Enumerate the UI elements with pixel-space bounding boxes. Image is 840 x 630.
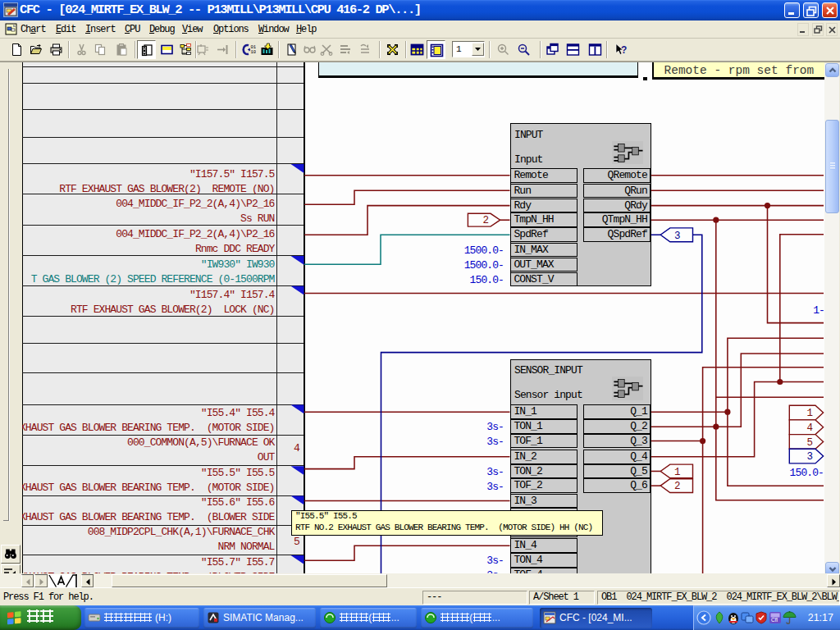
svg-text:2: 2 bbox=[674, 481, 681, 492]
svg-text:Cfl: Cfl bbox=[771, 617, 778, 623]
svg-text:4: 4 bbox=[806, 422, 813, 434]
svg-text:1: 1 bbox=[806, 408, 813, 419]
svg-text:1: 1 bbox=[674, 467, 681, 478]
svg-text:10: 10 bbox=[250, 49, 256, 55]
svg-text:2: 2 bbox=[482, 215, 489, 226]
svg-text:3: 3 bbox=[806, 451, 813, 463]
svg-text:?: ? bbox=[621, 44, 627, 56]
svg-text:5: 5 bbox=[806, 437, 813, 449]
svg-text:3: 3 bbox=[674, 231, 681, 242]
